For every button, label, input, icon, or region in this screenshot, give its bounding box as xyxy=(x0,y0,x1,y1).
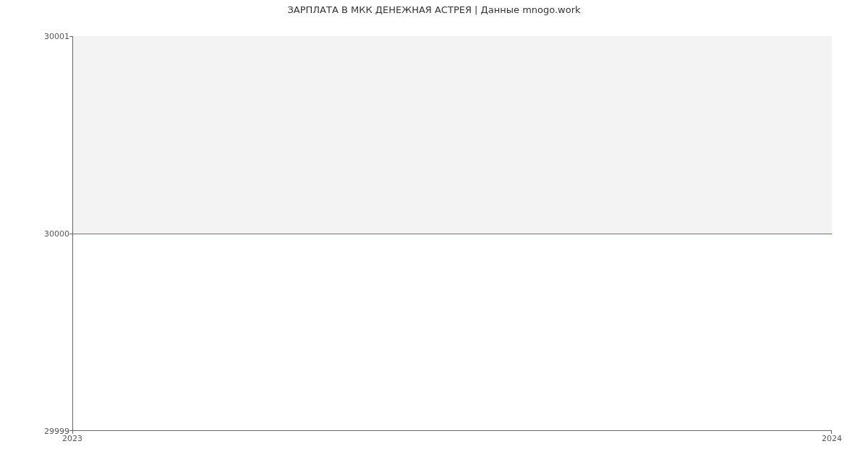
y-tick-label: 30001 xyxy=(12,32,69,41)
y-tick-label: 30000 xyxy=(12,229,69,239)
x-tick-label: 2024 xyxy=(822,434,842,443)
plot-area xyxy=(72,36,832,431)
x-tick-mark xyxy=(72,431,73,434)
x-tick-mark xyxy=(831,431,832,434)
chart-container: ЗАРПЛАТА В МКК ДЕНЕЖНАЯ АСТРЕЯ | Данные … xyxy=(0,0,868,448)
y-tick-label: 29999 xyxy=(12,427,69,436)
chart-title: ЗАРПЛАТА В МКК ДЕНЕЖНАЯ АСТРЕЯ | Данные … xyxy=(0,4,868,15)
x-tick-label: 2023 xyxy=(62,434,82,443)
data-line xyxy=(73,234,832,234)
area-fill xyxy=(73,36,832,234)
